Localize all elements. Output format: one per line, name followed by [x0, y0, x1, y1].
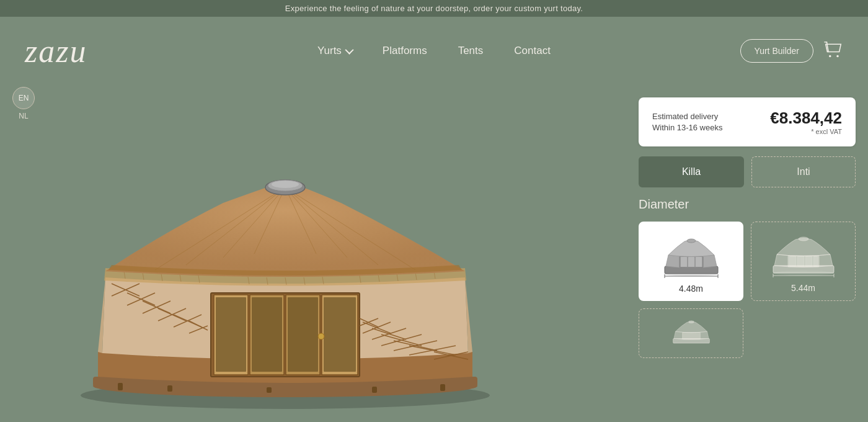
svg-rect-70: [372, 387, 377, 393]
diameter-label: Diameter: [639, 197, 856, 212]
svg-point-40: [318, 333, 324, 339]
svg-rect-69: [267, 387, 272, 393]
diameter-section: Diameter: [639, 197, 856, 212]
chevron-down-icon: [345, 46, 353, 55]
svg-rect-87: [805, 256, 812, 266]
svg-rect-10: [216, 297, 246, 372]
diameter-yurt-svg-3: [657, 315, 725, 346]
logo[interactable]: zazu: [25, 33, 87, 70]
nav-platforms[interactable]: Platforms: [383, 45, 427, 57]
diameter-option-1[interactable]: 4.48m: [639, 222, 743, 301]
delivery-info: Estimated delivery Within 13-16 weeks: [652, 112, 722, 132]
svg-rect-68: [167, 385, 172, 392]
main-nav: Yurts Platforms Tents Contact: [317, 45, 551, 57]
svg-point-1: [836, 55, 839, 58]
header: zazu Yurts Platforms Tents Contact Yurt …: [0, 17, 868, 85]
price-section: €8.384,42 * excl VAT: [770, 109, 842, 135]
nav-contact-label: Contact: [514, 45, 551, 57]
svg-point-89: [799, 237, 808, 241]
diameter-option-3[interactable]: [639, 308, 743, 358]
model-killa-button[interactable]: Killa: [639, 156, 744, 187]
nav-platforms-label: Platforms: [383, 45, 427, 57]
svg-rect-13: [324, 297, 356, 372]
price-value: €8.384,42: [770, 109, 842, 128]
cart-icon[interactable]: [823, 41, 843, 61]
yurt-image-area: [0, 85, 626, 419]
nav-yurts[interactable]: Yurts: [317, 45, 352, 57]
svg-rect-76: [688, 257, 694, 267]
yurt-main-image: [31, 85, 539, 419]
svg-point-66: [272, 181, 299, 188]
diameter-value-1: 4.48m: [679, 284, 703, 294]
svg-rect-12: [288, 297, 318, 372]
delivery-card: Estimated delivery Within 13-16 weeks €8…: [639, 97, 856, 146]
main-content: Estimated delivery Within 13-16 weeks €8…: [0, 85, 868, 419]
right-panel: Estimated delivery Within 13-16 weeks €8…: [626, 85, 868, 419]
banner-text: Experience the feeling of nature at your…: [285, 4, 583, 13]
diameter-grid: 4.48m: [639, 222, 856, 358]
svg-rect-77: [696, 257, 702, 267]
nav-tents[interactable]: Tents: [458, 45, 484, 57]
yurt-builder-button[interactable]: Yurt Builder: [740, 39, 813, 63]
model-selector: Killa Inti: [639, 156, 856, 187]
svg-point-95: [688, 321, 694, 323]
nav-yurts-label: Yurts: [317, 45, 342, 57]
top-banner: Experience the feeling of nature at your…: [0, 0, 868, 17]
excl-vat-label: * excl VAT: [770, 128, 842, 135]
svg-rect-71: [440, 384, 445, 391]
svg-rect-85: [789, 256, 796, 266]
model-inti-button[interactable]: Inti: [751, 156, 856, 187]
diameter-option-2[interactable]: 5.44m: [751, 222, 856, 301]
svg-point-78: [687, 239, 696, 243]
svg-point-0: [829, 55, 831, 58]
nav-contact[interactable]: Contact: [514, 45, 551, 57]
svg-rect-11: [252, 297, 282, 372]
svg-rect-88: [813, 256, 818, 266]
svg-rect-75: [681, 257, 687, 267]
diameter-yurt-svg-1: [657, 229, 725, 279]
svg-rect-67: [118, 383, 123, 390]
diameter-value-2: 5.44m: [791, 283, 815, 293]
delivery-weeks: Within 13-16 weeks: [652, 123, 722, 132]
nav-tents-label: Tents: [458, 45, 484, 57]
cart-svg: [823, 41, 843, 58]
svg-rect-86: [797, 256, 804, 266]
svg-rect-94: [682, 333, 700, 339]
diameter-yurt-svg-2: [769, 228, 838, 278]
header-right: Yurt Builder: [740, 39, 843, 63]
delivery-label: Estimated delivery: [652, 112, 722, 121]
